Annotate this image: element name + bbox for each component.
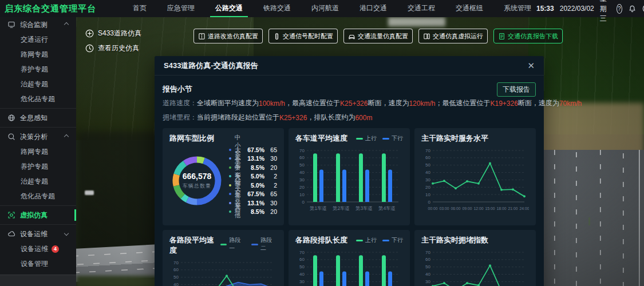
chart-legend: 上行下行 <box>356 133 403 142</box>
bell-icon[interactable] <box>628 5 637 13</box>
sidebar-item-10[interactable]: 养护专题 <box>0 159 76 174</box>
report-highlight-value: 600m <box>355 114 372 122</box>
legend-item[interactable]: 路段一 <box>220 236 246 252</box>
svg-text:30: 30 <box>299 279 305 284</box>
sidebar-item-11[interactable]: 治超专题 <box>0 174 76 189</box>
svg-text:50: 50 <box>425 264 430 269</box>
svg-text:15:00: 15:00 <box>485 206 495 210</box>
vehicle-type-percent: 67.5% <box>242 190 264 197</box>
sidebar-item-16[interactable]: 设备管理 <box>0 256 76 271</box>
help-icon[interactable]: ? <box>617 4 622 14</box>
legend-swatch <box>356 138 363 140</box>
monitor-icon <box>7 21 15 29</box>
legend-item[interactable]: 下行 <box>382 134 403 142</box>
legend-item[interactable]: 路段二 <box>251 236 277 252</box>
report-highlight-value: K25+326 <box>279 114 307 122</box>
legend-dot-icon <box>229 210 231 213</box>
nav-item-1[interactable]: 首页 <box>128 0 152 17</box>
report-highlight-value: 100km/h <box>259 100 285 108</box>
top-nav: 启东综合交通管理平台 首页应急管理公路交通铁路交通内河航道港口交通交通工程交通枢… <box>0 0 644 17</box>
map-viewport[interactable]: S433道路仿真查看历史仿真 道路改造仿真配置交通信号配时配置交通流量仿真配置交… <box>76 17 644 286</box>
report-icon <box>498 33 505 40</box>
sidebar-item-3[interactable]: 路网专题 <box>0 47 76 62</box>
legend-dot-icon <box>229 149 231 151</box>
vehicle-type-row: 其他8.5%20 <box>229 208 277 216</box>
toolbar-button-label: 交通信号配时配置 <box>283 32 333 41</box>
sidebar-item-8[interactable]: 决策分析 <box>0 129 76 144</box>
legend-item[interactable]: 上行 <box>356 134 377 142</box>
legend-dot-icon <box>229 166 231 169</box>
toolbar-button-1[interactable]: 道路改造仿真配置 <box>193 29 263 43</box>
svg-text:0: 0 <box>302 200 305 205</box>
sidebar-divider <box>0 224 76 225</box>
nav-item-2[interactable]: 应急管理 <box>162 0 200 17</box>
sidebar-item-13[interactable]: 虚拟仿真 <box>0 208 76 223</box>
vehicle-type-count: 2 <box>264 173 277 180</box>
sidebar-item-label: 危化品专题 <box>21 192 55 201</box>
sidebar-divider <box>0 127 76 128</box>
vehicle-type-percent: 8.5% <box>242 208 264 215</box>
svg-text:40: 40 <box>173 282 179 286</box>
legend-item[interactable]: 上行 <box>356 236 377 244</box>
svg-text:40: 40 <box>299 170 305 175</box>
sidebar-item-4[interactable]: 养护专题 <box>0 62 76 77</box>
sidebar-item-12[interactable]: 危化品专题 <box>0 189 76 204</box>
vehicle-total-label: 车辆总数量 <box>183 182 211 190</box>
report-text: 断面，速度为 <box>518 98 559 108</box>
svg-text:0: 0 <box>428 200 431 205</box>
sidebar-item-14[interactable]: 设备运维 <box>0 227 76 241</box>
report-line-label: 拥堵里程： <box>163 113 197 122</box>
sidebar-item-label: 综合监测 <box>20 20 48 30</box>
svg-text:20: 20 <box>425 185 430 190</box>
svg-text:60: 60 <box>173 267 179 272</box>
nav-item-9[interactable]: 系统管理 <box>499 0 536 17</box>
toolbar-button-4[interactable]: 交通仿真虚拟运行 <box>418 29 488 43</box>
nav-item-8[interactable]: 交通枢纽 <box>451 0 488 17</box>
sidebar-item-9[interactable]: 路网专题 <box>0 144 76 159</box>
map-link-2[interactable]: 查看历史仿真 <box>85 43 141 53</box>
report-text: ，最高速位置位于 <box>285 98 340 108</box>
sidebar-item-2[interactable]: 交通运行 <box>0 32 76 47</box>
chevron-up-icon <box>64 134 69 139</box>
map-link-1[interactable]: S433道路仿真 <box>85 29 141 38</box>
sidebar-item-7[interactable]: 全息感知 <box>0 110 76 125</box>
clock-weekday: 星期三 <box>600 0 611 23</box>
sidebar-item-15[interactable]: 设备运维4 <box>0 241 76 256</box>
sidebar-item-6[interactable]: 危化品专题 <box>0 92 76 106</box>
nav-item-6[interactable]: 港口交通 <box>354 0 392 17</box>
legend-label: 上行 <box>365 236 377 244</box>
toolbar-button-2[interactable]: 交通信号配时配置 <box>268 29 338 43</box>
toolbar-button-3[interactable]: 交通流量仿真配置 <box>343 29 413 43</box>
close-icon[interactable]: ✕ <box>527 61 535 71</box>
donut-chart: 666,578车辆总数量 <box>169 153 224 208</box>
nav-item-4[interactable]: 铁路交通 <box>258 0 296 17</box>
report-modal: S433道路仿真-交通仿真报告 ✕ 报告小节 下载报告 道路速度：全域断面平均速… <box>155 56 544 286</box>
vehicle-type-percent: 13.1% <box>242 155 264 162</box>
report-text: 断面，速度为 <box>368 98 409 108</box>
sidebar-item-label: 路网专题 <box>21 50 48 59</box>
svg-text:06:00: 06:00 <box>451 206 460 210</box>
download-report-button[interactable]: 下载报告 <box>497 82 536 97</box>
legend-dot-icon <box>229 202 231 204</box>
sidebar-item-label: 危化品专题 <box>21 94 55 104</box>
legend-swatch <box>382 138 389 140</box>
toolbar-button-label: 交通仿真报告下载 <box>508 32 558 41</box>
nav-item-7[interactable]: 交通工程 <box>402 0 440 17</box>
sidebar-item-1[interactable]: 综合监测 <box>0 17 76 32</box>
nav-item-3[interactable]: 公路交通 <box>210 0 248 17</box>
legend-swatch <box>382 240 389 241</box>
app-logo: 启东综合交通管理平台 <box>5 3 96 14</box>
sidebar-item-label: 养护专题 <box>21 65 48 74</box>
svg-text:40: 40 <box>425 170 430 175</box>
toolbar-button-5[interactable]: 交通仿真报告下载 <box>493 29 563 43</box>
legend-label: 路段一 <box>229 236 246 252</box>
svg-text:30: 30 <box>425 279 430 284</box>
legend-item[interactable]: 下行 <box>382 236 403 244</box>
nav-item-5[interactable]: 内河航道 <box>306 0 344 17</box>
svg-text:60: 60 <box>299 257 305 262</box>
virtual-run-icon <box>423 33 430 40</box>
sidebar-item-5[interactable]: 治超专题 <box>0 77 76 92</box>
modal-header: S433道路仿真-交通仿真报告 ✕ <box>155 56 544 76</box>
report-highlight-value: K19+326 <box>490 100 517 108</box>
bell-icon <box>628 5 637 13</box>
